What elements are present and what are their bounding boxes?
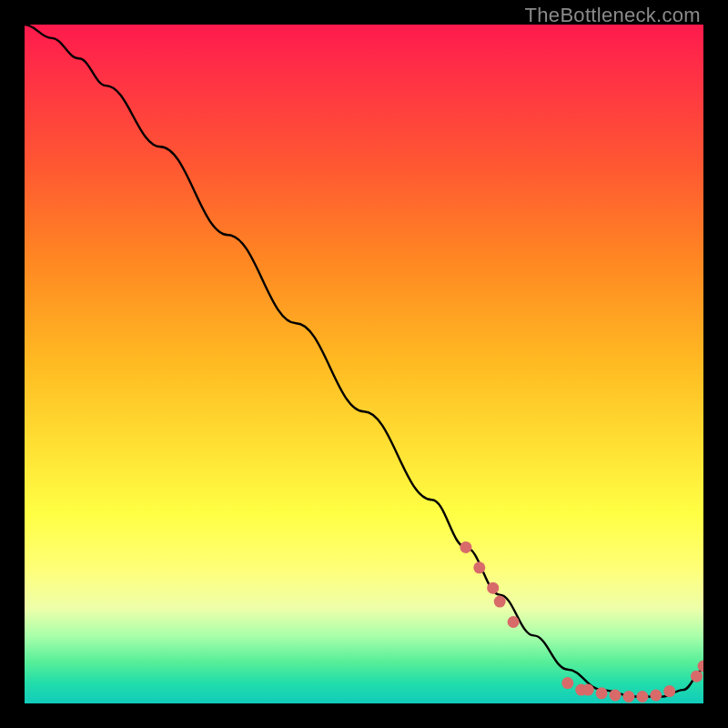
data-marker [508,616,520,628]
data-marker [561,677,573,689]
data-marker [610,690,622,702]
data-marker [691,671,703,682]
data-marker [582,684,594,696]
data-marker [663,685,675,697]
bottleneck-curve [25,25,703,697]
curve-layer [25,25,703,703]
data-marker [636,691,648,703]
data-marker [698,661,704,672]
data-marker [487,582,499,594]
plot-area [25,25,703,703]
data-markers [460,541,703,703]
chart-frame: TheBottleneck.com [0,0,728,728]
data-marker [473,561,485,573]
data-marker [650,690,662,702]
data-marker [460,541,471,553]
data-marker [622,691,634,703]
data-marker [494,596,506,608]
data-marker [596,687,608,699]
